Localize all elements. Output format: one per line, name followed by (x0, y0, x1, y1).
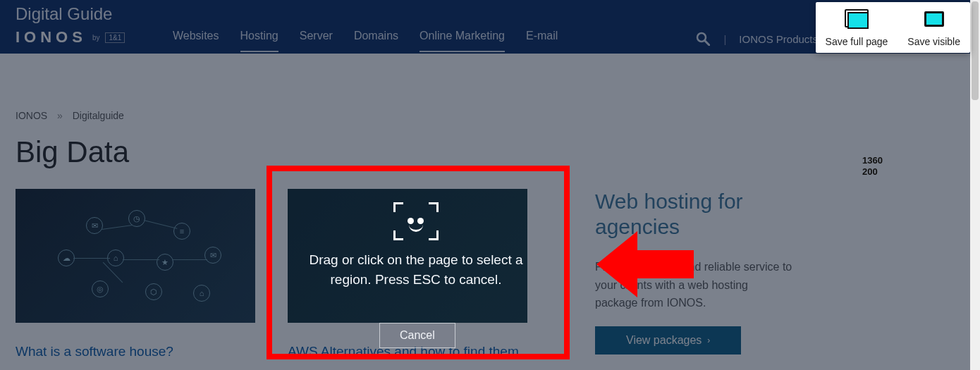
article-card[interactable]: ✉ ◷ ≡ ☁ ⌂ ★ ✉ ◎ ⬡ ⌂ What is a software h… (16, 189, 255, 359)
breadcrumb-root[interactable]: IONOS (16, 110, 47, 121)
breadcrumb-current: Digitalguide (73, 110, 124, 121)
nav-server[interactable]: Server (300, 30, 333, 52)
promo-body: Provide powerful and reliable service to… (595, 258, 792, 312)
promo-heading: Web hosting for agencies (595, 189, 792, 240)
nav-online-marketing[interactable]: Online Marketing (419, 30, 505, 52)
graphic-icon: ★ (157, 254, 173, 271)
brand-logo[interactable]: IONOS (16, 28, 87, 47)
selection-size-readout: 1360 200 (862, 155, 883, 178)
vertical-scrollbar[interactable] (970, 0, 980, 370)
view-packages-button[interactable]: View packages › (595, 326, 741, 354)
cta-label: View packages (626, 334, 702, 347)
readout-width: 1360 (862, 155, 883, 166)
capture-instruction-popup: Drag or click on the page to select a re… (288, 178, 544, 314)
graphic-icon: ✉ (204, 247, 221, 264)
save-visible-icon (922, 9, 946, 30)
main-nav: Websites Hosting Server Domains Online M… (173, 30, 558, 52)
nav-websites[interactable]: Websites (173, 30, 219, 52)
graphic-icon: ☁ (58, 249, 75, 266)
graphic-line (102, 225, 133, 230)
page-title: Big Data (16, 135, 964, 169)
graphic-icon: ≡ (173, 223, 190, 240)
nav-email[interactable]: E-mail (526, 30, 558, 52)
graphic-line (73, 258, 110, 259)
graphic-line (123, 259, 159, 260)
save-full-page-icon (845, 9, 869, 30)
save-visible-label: Save visible (907, 36, 960, 47)
capture-message: Drag or click on the page to select a re… (288, 250, 544, 289)
search-icon[interactable] (695, 31, 711, 47)
scrollbar-thumb[interactable] (972, 1, 979, 100)
graphic-line (172, 259, 207, 260)
chevron-right-icon: › (707, 335, 710, 345)
graphic-icon: ◎ (92, 280, 109, 297)
graphic-icon: ⌂ (193, 285, 210, 302)
save-full-page-button[interactable]: Save full page (826, 9, 888, 47)
cancel-button[interactable]: Cancel (379, 323, 455, 348)
graphic-line (145, 220, 178, 229)
nav-hosting[interactable]: Hosting (240, 30, 278, 52)
nav-domains[interactable]: Domains (354, 30, 398, 52)
readout-height: 200 (862, 166, 883, 178)
screenshot-extension-toolbar: Save full page Save visible (816, 2, 970, 53)
svg-line-1 (705, 41, 709, 45)
save-visible-button[interactable]: Save visible (907, 9, 960, 47)
article-thumb: ✉ ◷ ≡ ☁ ⌂ ★ ✉ ◎ ⬡ ⌂ (16, 189, 255, 323)
breadcrumb: IONOS » Digitalguide (16, 110, 964, 121)
header-divider: | (723, 33, 726, 45)
brand-by: by (92, 34, 100, 42)
breadcrumb-sep: » (57, 110, 63, 121)
graphic-icon: ✉ (86, 217, 103, 234)
article-title[interactable]: What is a software house? (16, 344, 255, 359)
header-right: | IONOS Products (695, 31, 818, 47)
brand-tag: 1&1 (105, 32, 125, 43)
products-link[interactable]: IONOS Products (739, 33, 818, 45)
sidebar-promo: Web hosting for agencies Provide powerfu… (595, 189, 792, 359)
save-full-label: Save full page (826, 36, 888, 47)
graphic-icon: ⬡ (145, 283, 162, 300)
capture-face-icon (393, 202, 439, 240)
